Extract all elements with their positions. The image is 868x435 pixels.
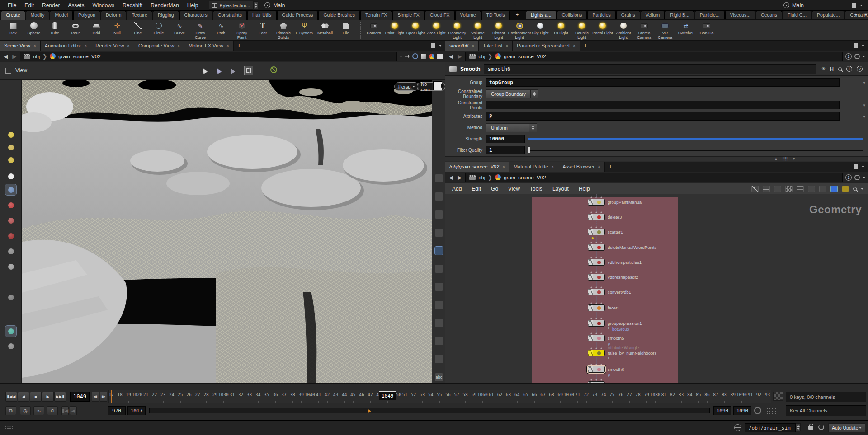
shelf-tool-l-system[interactable]: ΨL-System [294,20,315,40]
global-end-field[interactable]: 1090 [733,406,751,415]
shelf-separator-grip[interactable] [358,21,362,39]
menu-redshift[interactable]: Redshift [118,0,146,11]
headlight-icon[interactable] [435,265,443,273]
time-options-icon[interactable]: ⊙ [47,406,58,415]
scene-path-root[interactable]: obj [33,54,40,59]
shelf-tool-line[interactable]: Line [127,20,148,40]
translate-tool[interactable] [5,200,16,210]
shelf-tool-platonic-solids[interactable]: Platonic Solids [273,20,294,40]
shelf-tab-viscous[interactable]: Viscous... [725,11,755,19]
close-tab-icon[interactable]: × [127,43,130,48]
objects-display-icon[interactable] [435,301,443,309]
shelf-tab-td-tools[interactable]: TD Tools [481,11,510,20]
network-path-node[interactable]: grain_source_V02 [504,175,546,180]
box-select-icon[interactable] [244,66,253,75]
character-display-icon[interactable] [435,283,443,291]
shelf-tool-curve[interactable]: ∿Curve [169,20,190,40]
tab-composite-view[interactable]: Composite View× [134,41,184,51]
tab-animation-editor[interactable]: Animation Editor× [41,41,92,51]
select-components-icon[interactable] [215,67,222,74]
shelf-tool-switcher[interactable]: ⇄Switcher [675,20,696,40]
netmenu-edit[interactable]: Edit [467,186,486,192]
param-pane-grip[interactable]: ▲⣿⣿▼ [445,156,868,161]
shelf-tab-texture[interactable]: Texture [127,11,152,20]
menu-help[interactable]: Help [183,0,203,11]
shelf-tool-spray-paint[interactable]: Spray Paint [231,20,252,40]
tab-smooth6[interactable]: smooth6× [445,41,479,51]
netmenu-layout[interactable]: Layout [547,186,574,192]
playhead[interactable]: 1049 [379,391,396,400]
param-input-constrained-points[interactable] [486,101,840,109]
help-icon[interactable]: ? [857,66,863,72]
scene-pane-menu-icon[interactable] [439,45,442,47]
shelf-tool-gan-ca[interactable]: Gan Ca [696,20,717,40]
tab-render-view[interactable]: Render View× [91,41,134,51]
param-new-tab-button[interactable]: + [580,41,591,51]
jump-start-button[interactable]: ▮◀◀ [5,392,17,402]
shelf-tab-simple-fx[interactable]: Simple FX [392,11,424,20]
netmenu-help[interactable]: Help [574,186,595,192]
param-select-stepper[interactable] [531,89,538,98]
desktop-selector[interactable]: KylesTechni... [209,1,254,10]
toggle-lights-icon[interactable] [435,229,443,237]
shelf-tab-rigid-b[interactable]: Rigid B... [665,11,694,19]
scene-new-tab-button[interactable]: + [234,41,245,51]
scale-tool[interactable] [5,230,16,241]
close-tab-icon[interactable]: × [472,43,474,48]
shelf-tool-area-light[interactable]: Area Light [426,20,447,40]
treeview-icon[interactable] [763,186,770,192]
menu-renderman[interactable]: RenderMan [146,0,183,11]
node-smooth6[interactable] [588,366,605,373]
shelf-tab-populate[interactable]: Populate... [812,11,844,19]
shelf-tool-box[interactable]: Box [3,20,24,40]
sim-path-stepper[interactable] [796,423,801,431]
paint-tool[interactable] [5,129,16,140]
keyframe-display-toggle-icon[interactable] [773,392,783,401]
menu-render[interactable]: Render [38,0,64,11]
node-smooth5[interactable] [588,335,605,341]
playbar-grip[interactable] [766,407,778,414]
marker-tool[interactable] [5,154,16,165]
shelf-tab-guide-brushes[interactable]: Guide Brushes [318,11,359,20]
prev-range-button[interactable]: ▮◀ [61,406,69,415]
param-slider-strength[interactable] [528,138,863,140]
shelf-tab-modify[interactable]: Modify [26,11,50,20]
key-all-channels-button[interactable]: Key All Channels [786,405,866,416]
realtime-toggle-icon[interactable]: ◷ [20,406,31,415]
motion-curve-icon[interactable]: ∿ [33,406,44,415]
right-main-selector[interactable]: Main [783,2,804,9]
network-globe-icon[interactable] [734,424,741,431]
close-tab-icon[interactable]: × [33,43,36,48]
node-convertvdb1[interactable] [588,289,605,295]
play-reverse-button[interactable]: ◀ [18,392,29,402]
secure-selection-tool[interactable] [5,184,16,195]
wireframe-ghost-icon[interactable] [435,192,443,201]
sculpt-tool[interactable] [5,326,16,337]
close-tab-icon[interactable]: × [505,43,508,48]
next-range-button[interactable]: ◀ [70,406,77,415]
shelf-tab-vellum[interactable]: Vellum [641,11,665,19]
current-frame-field[interactable]: 1049 [70,392,90,402]
clip-plane-icon[interactable] [435,337,443,345]
select-dynamics-icon[interactable] [229,67,235,74]
shelf-tool-ambient-light[interactable]: Ambient Light [613,20,634,40]
shelf-tool-point-light[interactable]: Point Light [384,20,405,40]
shelf-tool-distant-light[interactable]: Distant Light [488,20,509,40]
scope-channels-icon[interactable]: ⧉ [5,406,16,415]
param-slider-filter-quality[interactable] [528,150,863,151]
shelf-tool-null[interactable]: ✛Null [107,20,127,40]
measure-icon[interactable] [435,319,443,327]
lock-camera-icon[interactable] [435,210,443,219]
network-path-widget[interactable]: obj ❯ grain_source_V02 [465,173,843,182]
tools-wrench-icon[interactable] [751,186,759,192]
viewport-3d[interactable] [22,80,432,383]
shelf-tool-metaball[interactable]: Metaball [315,20,335,40]
grid-view-icon[interactable] [785,186,793,192]
shelf-tab-create[interactable]: Create [1,11,25,20]
window-tile-icon[interactable] [852,3,856,8]
menu-file[interactable]: File [4,0,20,11]
node-facet1[interactable] [588,304,605,311]
network-follow-icon[interactable] [854,175,860,180]
netmenu-view[interactable]: View [503,186,525,192]
shelf-tab-model[interactable]: Model [50,11,73,20]
